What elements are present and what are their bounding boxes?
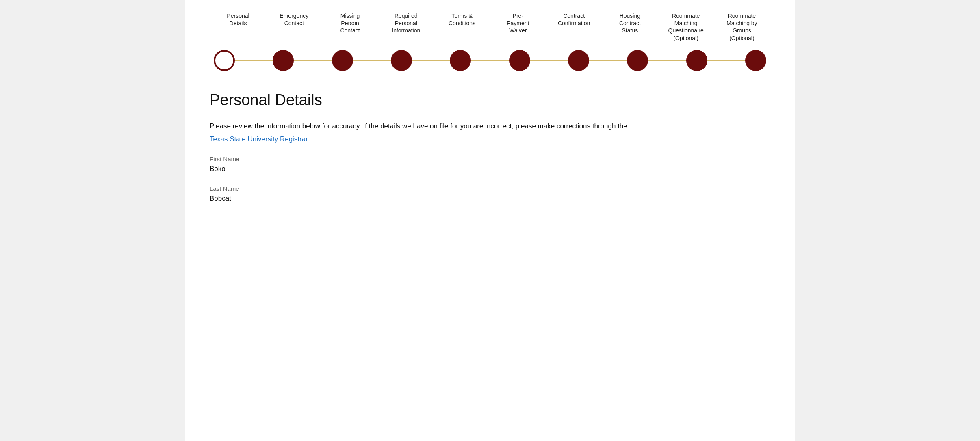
registrar-line: Texas State University Registrar. <box>210 135 770 143</box>
page-title: Personal Details <box>210 91 770 109</box>
step-label-required: RequiredPersonalInformation <box>382 12 430 42</box>
registrar-link[interactable]: Texas State University Registrar <box>210 135 308 143</box>
step-label-payment: Pre-PaymentWaiver <box>494 12 542 42</box>
review-text-content: Please review the information below for … <box>210 122 627 130</box>
step-dot-groups[interactable] <box>745 50 766 71</box>
step-dot-required[interactable] <box>391 50 412 71</box>
step-label-confirmation: ContractConfirmation <box>550 12 598 42</box>
step-dot-housing[interactable] <box>627 50 648 71</box>
review-paragraph: Please review the information below for … <box>210 121 770 132</box>
first-name-field: First Name Boko <box>210 156 770 173</box>
step-dot-questionnaire[interactable] <box>686 50 707 71</box>
period: . <box>308 136 310 143</box>
step-dot-emergency[interactable] <box>273 50 294 71</box>
step-dot-missing[interactable] <box>332 50 353 71</box>
step-label-personal: PersonalDetails <box>214 12 262 42</box>
step-label-emergency: EmergencyContact <box>270 12 319 42</box>
step-dot-confirmation[interactable] <box>568 50 589 71</box>
step-label-questionnaire: RoommateMatchingQuestionnaire(Optional) <box>661 12 710 42</box>
last-name-label: Last Name <box>210 185 770 192</box>
page-wrapper: PersonalDetails EmergencyContact Missing… <box>185 0 795 441</box>
first-name-value: Boko <box>210 165 770 173</box>
step-dot-payment[interactable] <box>509 50 530 71</box>
step-label-terms: Terms &Conditions <box>438 12 486 42</box>
first-name-label: First Name <box>210 156 770 162</box>
step-label-groups: RoommateMatching byGroups(Optional) <box>718 12 766 42</box>
step-label-housing: HousingContractStatus <box>605 12 654 42</box>
stepper-track <box>210 50 770 71</box>
last-name-field: Last Name Bobcat <box>210 185 770 203</box>
last-name-value: Bobcat <box>210 195 770 203</box>
stepper-line <box>214 60 766 61</box>
step-dot-personal[interactable] <box>214 50 235 71</box>
step-label-missing: MissingPersonContact <box>326 12 375 42</box>
step-dot-terms[interactable] <box>450 50 471 71</box>
stepper-labels: PersonalDetails EmergencyContact Missing… <box>210 12 770 42</box>
